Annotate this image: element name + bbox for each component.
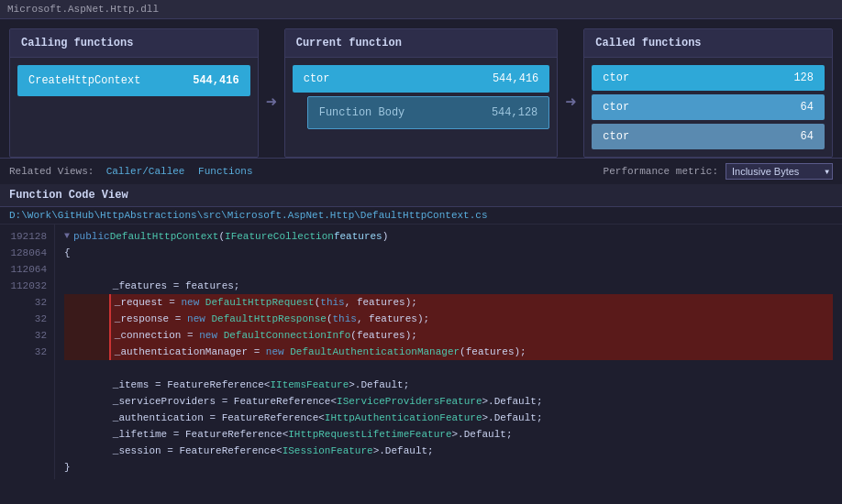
- code-view-title: Function Code View: [9, 189, 128, 202]
- called-name-1: ctor: [603, 71, 629, 84]
- code-line: _request = new DefaultHttpRequest(this, …: [64, 294, 833, 311]
- code-area: 19212812806411206411203232323232 ▼public…: [0, 225, 842, 479]
- called-name-3: ctor: [603, 130, 629, 143]
- code-line: _response = new DefaultHttpResponse(this…: [64, 311, 833, 327]
- calling-func-value: 544,416: [193, 74, 238, 87]
- code-file-path: D:\Work\GitHub\HttpAbstractions\src\Micr…: [0, 207, 842, 225]
- calling-section: Calling functions CreateHttpContext 544,…: [9, 28, 259, 158]
- metric-dropdown[interactable]: Inclusive Bytes Exclusive Bytes Inclusiv…: [726, 163, 833, 180]
- arrow-2: ➜: [558, 47, 583, 158]
- called-card-3[interactable]: ctor 64: [592, 124, 825, 149]
- called-header: Called functions: [584, 29, 832, 58]
- code-line: [64, 360, 833, 377]
- current-body-card[interactable]: Function Body 544,128: [307, 96, 550, 129]
- line-number: 128064: [7, 245, 47, 261]
- code-line: _lifetime = FeatureReference<IHttpReques…: [64, 426, 833, 443]
- current-body-value: 544,128: [492, 106, 537, 119]
- code-line: [64, 261, 833, 278]
- called-value-2: 64: [801, 101, 814, 114]
- code-line: _session = FeatureReference<ISessionFeat…: [64, 443, 833, 459]
- related-label: Related Views:: [9, 166, 100, 177]
- caller-callee-link[interactable]: Caller/Callee: [106, 166, 185, 177]
- calling-header: Calling functions: [10, 29, 258, 58]
- metric-select-wrap: Inclusive Bytes Exclusive Bytes Inclusiv…: [726, 163, 833, 180]
- line-number: 32: [7, 311, 47, 327]
- current-header: Current function: [285, 29, 558, 58]
- called-name-2: ctor: [603, 101, 629, 114]
- calling-func-name: CreateHttpContext: [28, 74, 140, 87]
- line-number: 32: [7, 294, 47, 311]
- called-card-2[interactable]: ctor 64: [592, 94, 825, 120]
- title-label: Microsoft.AspNet.Http.dll: [7, 4, 159, 15]
- called-body: ctor 128 ctor 64 ctor 64: [584, 58, 832, 157]
- calling-func-card[interactable]: CreateHttpContext 544,416: [17, 65, 250, 96]
- code-line: _connection = new DefaultConnectionInfo(…: [64, 327, 833, 344]
- current-body: ctor 544,416 Function Body 544,128: [285, 58, 558, 140]
- line-number: 32: [7, 344, 47, 360]
- current-func-name: ctor: [304, 72, 330, 85]
- code-line: {: [64, 245, 833, 261]
- metric-section: Performance metric: Inclusive Bytes Excl…: [604, 163, 833, 180]
- code-line: _items = FeatureReference<IItemsFeature>…: [64, 377, 833, 393]
- related-bar: Related Views: Caller/Callee Functions P…: [0, 158, 842, 184]
- arrow-1: ➜: [259, 47, 284, 158]
- current-section: Current function ctor 544,416 Function B…: [284, 28, 559, 158]
- code-line: ▼public DefaultHttpContext(IFeatureColle…: [64, 228, 833, 245]
- line-number: 112064: [7, 261, 47, 278]
- code-content: ▼public DefaultHttpContext(IFeatureColle…: [55, 225, 842, 479]
- code-line: _serviceProviders = FeatureReference<ISe…: [64, 393, 833, 410]
- calling-body: CreateHttpContext 544,416: [10, 58, 258, 107]
- columns-container: Calling functions CreateHttpContext 544,…: [0, 19, 842, 158]
- called-card-1[interactable]: ctor 128: [592, 65, 825, 91]
- called-value-3: 64: [801, 130, 814, 143]
- line-number: 112032: [7, 278, 47, 294]
- line-numbers: 19212812806411206411203232323232: [0, 225, 55, 479]
- metric-label: Performance metric:: [604, 166, 718, 177]
- code-line: _features = features;: [64, 278, 833, 294]
- code-view-header: Function Code View: [0, 184, 842, 207]
- called-section: Called functions ctor 128 ctor 64 ctor 6…: [583, 28, 833, 158]
- current-body-name: Function Body: [319, 106, 405, 119]
- line-number: 32: [7, 327, 47, 344]
- code-line: }: [64, 459, 833, 476]
- title-bar: Microsoft.AspNet.Http.dll: [0, 0, 842, 19]
- current-top-card[interactable]: ctor 544,416: [293, 65, 550, 93]
- current-func-value: 544,416: [493, 72, 538, 85]
- functions-link[interactable]: Functions: [198, 166, 252, 177]
- code-line: _authentication = FeatureReference<IHttp…: [64, 410, 833, 426]
- called-value-1: 128: [793, 71, 814, 84]
- related-links: Related Views: Caller/Callee Functions: [9, 166, 260, 177]
- line-number: 192128: [7, 228, 47, 245]
- code-line: _authenticationManager = new DefaultAuth…: [64, 344, 833, 360]
